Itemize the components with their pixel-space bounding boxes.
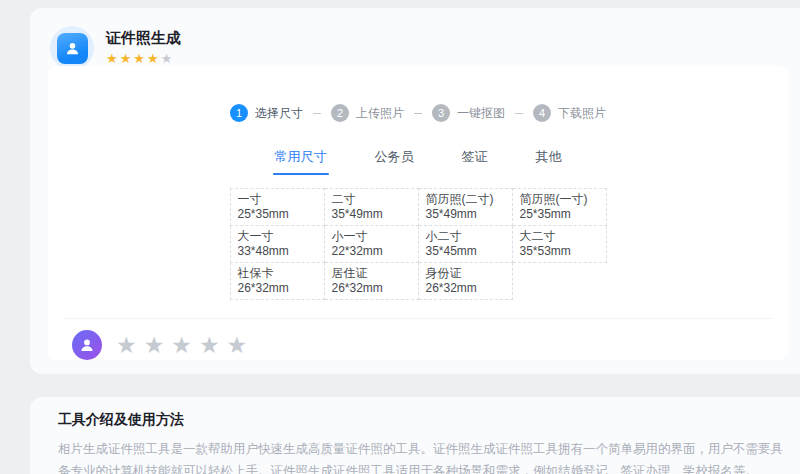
size-name: 小二寸 (426, 229, 508, 244)
intro-title: 工具介绍及使用方法 (58, 411, 792, 429)
star-icon: ★ (120, 51, 134, 66)
intro-body: 相片生成证件照工具是一款帮助用户快速生成高质量证件照的工具。证件照生成证件照工具… (58, 438, 794, 474)
size-option[interactable]: 身份证 26*32mm (418, 263, 512, 300)
tool-card: 证件照生成 ★★★★★ 1 选择尺寸 2 上传照片 3 一键抠图 (30, 8, 800, 374)
app-icon-glow (50, 26, 94, 70)
size-dims: 35*45mm (426, 244, 508, 259)
steps-bar: 1 选择尺寸 2 上传照片 3 一键抠图 4 下载照片 (48, 66, 788, 122)
size-dims: 35*53mm (520, 244, 602, 259)
step-select-size: 1 选择尺寸 (230, 104, 303, 122)
size-option[interactable]: 小二寸 35*45mm (418, 226, 512, 263)
size-name: 居住证 (332, 266, 414, 281)
rate-star-icon[interactable]: ★ (144, 332, 172, 358)
step-separator (515, 113, 523, 114)
size-dims: 35*49mm (332, 207, 414, 222)
step-number: 2 (331, 104, 349, 122)
tab-common-sizes[interactable]: 常用尺寸 (275, 148, 327, 175)
rate-star-icon[interactable]: ★ (199, 332, 227, 358)
size-option[interactable]: 居住证 26*32mm (324, 263, 418, 300)
tool-rating: ★★★★★ (106, 52, 181, 66)
size-table: 一寸 25*35mm 二寸 35*49mm 简历照(二寸) 35*49mm 简历… (230, 188, 607, 300)
size-name: 二寸 (332, 192, 414, 207)
step-separator (313, 113, 321, 114)
size-option[interactable]: 大一寸 33*48mm (230, 226, 324, 263)
app-user-icon (57, 33, 88, 64)
step-label: 选择尺寸 (255, 105, 303, 122)
size-category-tabs: 常用尺寸 公务员 签证 其他 (48, 148, 788, 175)
step-label: 下载照片 (558, 105, 606, 122)
size-option-empty (512, 263, 606, 300)
step-cutout: 3 一键抠图 (432, 104, 505, 122)
tab-civil-servant[interactable]: 公务员 (375, 148, 414, 175)
size-row: 社保卡 26*32mm 居住证 26*32mm 身份证 26*32mm (230, 263, 606, 300)
size-option[interactable]: 社保卡 26*32mm (230, 263, 324, 300)
step-upload-photo: 2 上传照片 (331, 104, 404, 122)
rate-star-icon[interactable]: ★ (227, 332, 255, 358)
step-label: 一键抠图 (457, 105, 505, 122)
star-icon: ★ (161, 51, 175, 66)
size-name: 身份证 (426, 266, 508, 281)
size-option[interactable]: 一寸 25*35mm (230, 189, 324, 226)
size-name: 社保卡 (238, 266, 320, 281)
step-separator (414, 113, 422, 114)
size-dims: 33*48mm (238, 244, 320, 259)
star-icon: ★ (133, 51, 147, 66)
size-option[interactable]: 大二寸 35*53mm (512, 226, 606, 263)
rate-star-icon[interactable]: ★ (171, 332, 199, 358)
intro-card: 工具介绍及使用方法 相片生成证件照工具是一款帮助用户快速生成高质量证件照的工具。… (30, 397, 800, 474)
size-dims: 25*35mm (520, 207, 602, 222)
size-row: 一寸 25*35mm 二寸 35*49mm 简历照(二寸) 35*49mm 简历… (230, 189, 606, 226)
size-name: 一寸 (238, 192, 320, 207)
step-label: 上传照片 (356, 105, 404, 122)
user-rate-row: ★★★★★ (72, 330, 254, 360)
tool-header: 证件照生成 ★★★★★ (30, 8, 800, 70)
step-number: 3 (432, 104, 450, 122)
rate-star-icon[interactable]: ★ (116, 332, 144, 358)
step-number: 4 (533, 104, 551, 122)
size-dims: 26*32mm (426, 281, 508, 296)
size-name: 小一寸 (332, 229, 414, 244)
size-dims: 22*32mm (332, 244, 414, 259)
tool-title: 证件照生成 (106, 29, 181, 48)
size-dims: 25*35mm (238, 207, 320, 222)
size-option[interactable]: 小一寸 22*32mm (324, 226, 418, 263)
step-number: 1 (230, 104, 248, 122)
size-option[interactable]: 简历照(一寸) 25*35mm (512, 189, 606, 226)
size-dims: 26*32mm (238, 281, 320, 296)
tab-visa[interactable]: 签证 (462, 148, 488, 175)
star-icon: ★ (147, 51, 161, 66)
user-avatar-icon (72, 330, 102, 360)
divider (64, 318, 772, 319)
tool-panel: 1 选择尺寸 2 上传照片 3 一键抠图 4 下载照片 常用尺寸 公务员 签证 (48, 66, 788, 360)
step-download: 4 下载照片 (533, 104, 606, 122)
size-option[interactable]: 二寸 35*49mm (324, 189, 418, 226)
size-name: 简历照(二寸) (426, 192, 508, 207)
star-icon: ★ (106, 51, 120, 66)
rating-input[interactable]: ★★★★★ (116, 333, 254, 357)
size-name: 大二寸 (520, 229, 602, 244)
size-dims: 26*32mm (332, 281, 414, 296)
size-row: 大一寸 33*48mm 小一寸 22*32mm 小二寸 35*45mm 大二寸 … (230, 226, 606, 263)
tab-other[interactable]: 其他 (536, 148, 562, 175)
size-name: 简历照(一寸) (520, 192, 602, 207)
tool-meta: 证件照生成 ★★★★★ (106, 26, 181, 66)
size-name: 大一寸 (238, 229, 320, 244)
size-option[interactable]: 简历照(二寸) 35*49mm (418, 189, 512, 226)
size-dims: 35*49mm (426, 207, 508, 222)
